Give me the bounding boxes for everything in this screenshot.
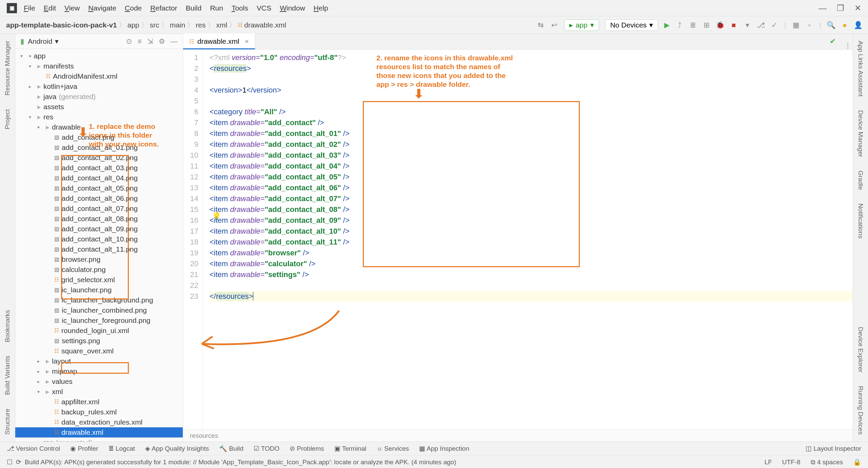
tree-node[interactable]: ▧ic_launcher_foreground.png bbox=[15, 315, 183, 326]
back-icon[interactable]: ↩ bbox=[551, 21, 558, 29]
panel-device-explorer[interactable]: Device Explorer bbox=[857, 327, 864, 372]
tree-node[interactable]: ▧browser.png bbox=[15, 254, 183, 265]
panel-gradle[interactable]: Gradle bbox=[857, 171, 864, 190]
minimize-icon[interactable]: — bbox=[818, 3, 827, 13]
panel-build-variants[interactable]: Build Variants bbox=[4, 356, 11, 395]
tree-node[interactable]: ▧add_contact_alt_01.png bbox=[15, 142, 183, 153]
menu-window[interactable]: Window bbox=[280, 4, 305, 12]
crumb-main[interactable]: main bbox=[170, 21, 185, 29]
panel-device-manager[interactable]: Device Manager bbox=[857, 110, 864, 157]
tab-drawable-xml[interactable]: ☷ drawable.xml × bbox=[183, 34, 255, 49]
tree-node[interactable]: ▸▸mipmap bbox=[15, 366, 183, 376]
tree-node[interactable]: ▸java (generated) bbox=[15, 92, 183, 102]
menu-help[interactable]: Help bbox=[314, 4, 328, 12]
device-dropdown[interactable]: No Devices ▾ bbox=[605, 19, 658, 31]
attach-debugger-icon[interactable]: 🐞 bbox=[716, 21, 724, 29]
tree-node[interactable]: ▧add_contact_alt_06.png bbox=[15, 193, 183, 203]
menu-view[interactable]: View bbox=[64, 4, 80, 12]
git-icon[interactable]: ⎇ bbox=[757, 21, 765, 29]
debug-icon[interactable]: ⤴ bbox=[676, 21, 683, 29]
more-run-icon[interactable]: ▾ bbox=[744, 21, 751, 29]
tree-node[interactable]: ☷data_extraction_rules.xml bbox=[15, 417, 183, 427]
aqi-button[interactable]: ◈ App Quality Insights bbox=[145, 445, 209, 452]
collapse-icon[interactable]: ≡ bbox=[138, 37, 142, 45]
panel-bookmarks[interactable]: Bookmarks bbox=[4, 310, 11, 342]
commit-icon[interactable]: ✓ bbox=[771, 21, 778, 29]
gear-icon[interactable]: ⚙ bbox=[159, 37, 165, 45]
panel-running-devices[interactable]: Running Devices bbox=[857, 386, 864, 435]
account-icon[interactable]: 👤 bbox=[854, 21, 862, 29]
target-icon[interactable]: ⊙ bbox=[126, 37, 132, 45]
editor-breadcrumb[interactable]: resources bbox=[183, 429, 853, 442]
vcs-button[interactable]: ⎇ Version Control bbox=[7, 445, 60, 452]
crumb-src[interactable]: src bbox=[150, 21, 159, 29]
tree-node[interactable]: ▸▸values bbox=[15, 376, 183, 387]
inspection-ok-icon[interactable]: ✔ bbox=[823, 34, 843, 49]
panel-project[interactable]: Project bbox=[4, 109, 11, 129]
tree-node[interactable]: ☷grid_selector.xml bbox=[15, 275, 183, 285]
expand-icon[interactable]: ⇲ bbox=[147, 37, 153, 45]
tree-node[interactable]: ▧add_contact.png bbox=[15, 132, 183, 142]
tree-node[interactable]: ▸res (generated) bbox=[15, 437, 183, 442]
maximize-icon[interactable]: ❐ bbox=[837, 3, 844, 13]
close-icon[interactable]: ✕ bbox=[854, 3, 861, 13]
sync-icon[interactable]: ⇆ bbox=[537, 21, 545, 29]
menu-file[interactable]: FFileile bbox=[24, 4, 35, 12]
tree-node[interactable]: ▧add_contact_alt_04.png bbox=[15, 173, 183, 183]
menu-vcs[interactable]: VCS bbox=[257, 4, 271, 12]
avd-icon[interactable]: ▦ bbox=[792, 21, 800, 29]
tree-node[interactable]: ▸▸layout bbox=[15, 356, 183, 366]
hide-icon[interactable]: — bbox=[171, 37, 178, 45]
crumb-root[interactable]: app-template-basic-icon-pack-v1 bbox=[6, 21, 117, 29]
profiler-button[interactable]: ◉ Profiler bbox=[70, 445, 98, 452]
tree-node[interactable]: ☷drawable.xml bbox=[15, 427, 183, 437]
tree-node[interactable]: ▾▪app bbox=[15, 51, 183, 61]
tab-menu-icon[interactable]: ⋮ bbox=[843, 42, 853, 49]
breadcrumb[interactable]: app-template-basic-icon-pack-v1〉 app〉 sr… bbox=[6, 20, 286, 30]
event-log-icon[interactable]: ☐ bbox=[7, 458, 13, 466]
indent[interactable]: ⧉ 4 spaces bbox=[811, 459, 843, 466]
menu-edit[interactable]: Edit bbox=[44, 4, 56, 12]
run-button[interactable]: ▶ bbox=[664, 21, 670, 29]
todo-button[interactable]: ☑ TODO bbox=[254, 445, 279, 452]
tree-node[interactable]: ▧calculator.png bbox=[15, 265, 183, 275]
tree-node[interactable]: ▧add_contact_alt_07.png bbox=[15, 203, 183, 214]
build-button[interactable]: 🔨 Build bbox=[219, 445, 243, 452]
tree-node[interactable]: ▧add_contact_alt_05.png bbox=[15, 183, 183, 193]
updates-icon[interactable]: ● bbox=[841, 21, 848, 29]
terminal-button[interactable]: ▣ Terminal bbox=[334, 445, 367, 452]
tab-close-icon[interactable]: × bbox=[245, 37, 249, 45]
tree-node[interactable]: ▧ic_launcher.png bbox=[15, 285, 183, 295]
tree-node[interactable]: ▧add_contact_alt_11.png bbox=[15, 244, 183, 254]
menu-run[interactable]: Run bbox=[210, 4, 223, 12]
crumb-app[interactable]: app bbox=[127, 21, 139, 29]
project-view-dropdown[interactable]: Android ▾ bbox=[28, 37, 59, 45]
tree-node[interactable]: ▧add_contact_alt_03.png bbox=[15, 163, 183, 173]
app-inspection-button[interactable]: ▦ App Inspection bbox=[419, 445, 469, 452]
tree-node[interactable]: ☷rounded_login_ui.xml bbox=[15, 326, 183, 336]
tree-node[interactable]: ☷appfilter.xml bbox=[15, 397, 183, 407]
panel-structure[interactable]: Structure bbox=[4, 409, 11, 435]
tree-node[interactable]: ☷backup_rules.xml bbox=[15, 407, 183, 417]
panel-notifications[interactable]: Notifications bbox=[857, 203, 864, 239]
tree-node[interactable]: ▾▸drawable bbox=[15, 122, 183, 132]
sdk-icon[interactable]: ▫ bbox=[806, 21, 813, 29]
problems-button[interactable]: ⊘ Problems bbox=[290, 445, 324, 452]
tree-node[interactable]: ☷AndroidManifest.xml bbox=[15, 71, 183, 81]
crumb-xml[interactable]: xml bbox=[216, 21, 228, 29]
layout-inspector-button[interactable]: ◫ Layout Inspector bbox=[806, 445, 861, 452]
project-tree[interactable]: ▾▪app▾▸manifests☷AndroidManifest.xml▸▸ko… bbox=[15, 49, 183, 442]
code-view[interactable]: 1234567891011121314151617181920212223 <?… bbox=[183, 50, 853, 429]
menu-navigate[interactable]: Navigate bbox=[88, 4, 116, 12]
menu-refactor[interactable]: Refactor bbox=[150, 4, 177, 12]
stop-icon[interactable]: ■ bbox=[730, 21, 737, 29]
tree-node[interactable]: ▧ic_launcher_combined.png bbox=[15, 305, 183, 315]
menu-build[interactable]: Build bbox=[186, 4, 202, 12]
line-separator[interactable]: LF bbox=[765, 459, 772, 466]
tree-node[interactable]: ▾▸res bbox=[15, 112, 183, 122]
tree-node[interactable]: ▸assets bbox=[15, 102, 183, 112]
tree-node[interactable]: ▸▸kotlin+java bbox=[15, 81, 183, 92]
tree-node[interactable]: ▧add_contact_alt_08.png bbox=[15, 214, 183, 224]
logcat-button[interactable]: ≣ Logcat bbox=[108, 445, 135, 452]
tree-node[interactable]: ▾▸manifests bbox=[15, 61, 183, 71]
